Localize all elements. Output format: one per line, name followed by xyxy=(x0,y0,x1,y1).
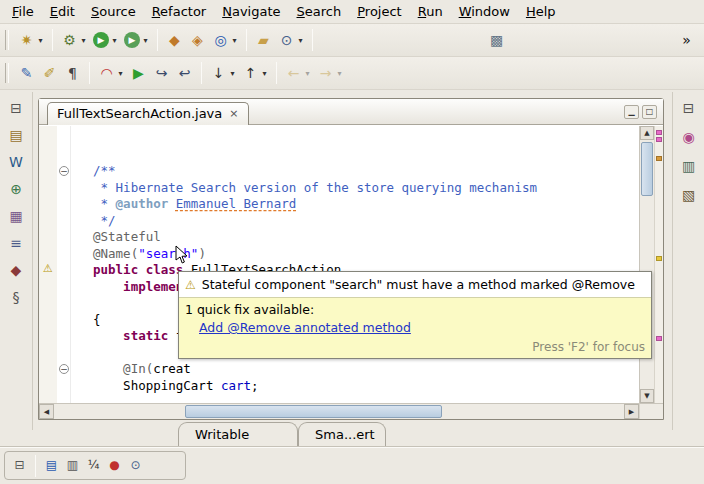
search-view-icon[interactable]: ⊙ xyxy=(125,456,146,475)
web-projects-icon[interactable]: W xyxy=(5,152,27,172)
menu-run[interactable]: Run xyxy=(410,2,451,21)
error-log-icon[interactable]: ● xyxy=(104,456,125,475)
right-view-bar: ⊟◉▥▧ xyxy=(672,92,704,430)
new-wizard-icon-dropdown[interactable]: ▾ xyxy=(36,36,45,45)
cheatsheet-icon[interactable]: ◉ xyxy=(678,127,700,147)
code-area[interactable]: /** * Hibernate Search version of the st… xyxy=(71,126,639,403)
forward-icon-dropdown[interactable]: ▾ xyxy=(335,69,344,78)
run-icon-dropdown[interactable]: ▾ xyxy=(110,36,119,45)
menu-navigate[interactable]: Navigate xyxy=(214,2,288,21)
mark-occurrences-icon[interactable]: ✐ xyxy=(38,63,61,84)
export-jar-icon[interactable]: ◈ xyxy=(186,30,209,51)
overview-mark[interactable] xyxy=(656,156,662,161)
bookmarks-icon[interactable]: ◆ xyxy=(5,260,27,280)
overview-mark[interactable] xyxy=(656,130,662,135)
forward-icon[interactable]: →▾ xyxy=(314,63,346,84)
menu-file[interactable]: File xyxy=(4,2,42,21)
editor-tab-strip: FullTextSearchAction.java × ▁ □ xyxy=(39,99,663,125)
web-browser-icon[interactable]: ◎▾ xyxy=(209,30,241,51)
debug-icon[interactable]: ⚙▾ xyxy=(58,30,90,51)
back-icon-dropdown[interactable]: ▾ xyxy=(303,69,312,78)
scroll-up-icon[interactable]: ▲ xyxy=(640,126,654,140)
scroll-right-icon[interactable]: ▶ xyxy=(624,404,639,419)
menu-window[interactable]: Window xyxy=(451,2,518,21)
vertical-scroll-thumb[interactable] xyxy=(641,142,653,196)
next-annotation-icon-dropdown[interactable]: ▾ xyxy=(228,69,237,78)
code-line-4: * @author Emmanuel Bernard xyxy=(93,196,639,213)
fold-toggle-icon[interactable]: − xyxy=(59,166,69,176)
new-wizard-icon[interactable]: ✷▾ xyxy=(15,30,47,51)
new-jar-icon[interactable]: ◆ xyxy=(163,30,186,51)
snippets-icon[interactable]: ▧ xyxy=(678,185,700,205)
minimize-icon[interactable]: ▁ xyxy=(624,105,639,119)
horizontal-scroll-track[interactable] xyxy=(54,404,624,419)
package-explorer-icon[interactable]: ▤ xyxy=(5,125,27,145)
warning-icon: ⚠ xyxy=(185,279,196,291)
quickfix-warning-icon[interactable]: ⚠ xyxy=(41,262,55,276)
toolbar-separator xyxy=(89,62,90,84)
problem-message-row: ⚠ Stateful component "search" must have … xyxy=(179,272,651,298)
overview-mark[interactable] xyxy=(656,336,662,341)
debug-icon-dropdown[interactable]: ▾ xyxy=(79,36,88,45)
overview-mark[interactable] xyxy=(656,137,662,142)
toolbar-separator xyxy=(246,29,247,51)
menu-help[interactable]: Help xyxy=(518,2,564,21)
menu-project[interactable]: Project xyxy=(349,2,410,21)
resume-icon[interactable]: ▶ xyxy=(127,63,150,84)
horizontal-scroll-thumb[interactable] xyxy=(185,405,442,418)
palette-icon[interactable]: ▦ xyxy=(5,206,27,226)
step-over-icon[interactable]: ↪ xyxy=(150,63,173,84)
close-icon[interactable]: × xyxy=(229,108,238,119)
web-browser-icon-dropdown[interactable]: ▾ xyxy=(230,36,239,45)
next-annotation-icon[interactable]: ↓▾ xyxy=(207,63,239,84)
properties-icon[interactable]: § xyxy=(5,287,27,307)
quickfix-count: 1 quick fix available: xyxy=(179,298,651,319)
code-line-6: @Stateful xyxy=(93,229,639,246)
vertical-scrollbar[interactable]: ▲ ▼ xyxy=(639,126,654,403)
run-icon[interactable]: ▶▾ xyxy=(90,30,121,50)
previous-annotation-icon-dropdown[interactable]: ▾ xyxy=(260,69,269,78)
outline-icon[interactable]: ≡ xyxy=(5,233,27,253)
step-return-icon[interactable]: ↩ xyxy=(173,63,196,84)
search-icon[interactable]: ⊙▾ xyxy=(275,30,307,51)
toolbar-drag-handle xyxy=(5,30,9,50)
restore-trim-icon[interactable]: ⊟ xyxy=(678,98,700,118)
trim-separator xyxy=(0,446,704,448)
toolbar-overflow-chevron[interactable]: » xyxy=(675,30,698,51)
problems-view-icon[interactable]: ▤ xyxy=(41,456,62,475)
status-writable: Writable xyxy=(178,422,298,446)
external-tools-icon-dropdown[interactable]: ▾ xyxy=(141,36,150,45)
overview-ruler xyxy=(654,126,663,403)
workbench-icon[interactable]: ▩ xyxy=(485,30,508,51)
overview-mark[interactable] xyxy=(656,256,662,261)
previous-annotation-icon[interactable]: ↑▾ xyxy=(239,63,271,84)
restore-trim-icon[interactable]: ⊟ xyxy=(5,98,27,118)
menu-search[interactable]: Search xyxy=(289,2,350,21)
open-folder-icon[interactable]: ▰ xyxy=(252,30,275,51)
progress-view-icon[interactable]: ¼ xyxy=(83,456,104,475)
menu-refactor[interactable]: Refactor xyxy=(144,2,215,21)
back-icon[interactable]: ←▾ xyxy=(282,63,314,84)
profile-icon-dropdown[interactable]: ▾ xyxy=(116,69,125,78)
search-icon-dropdown[interactable]: ▾ xyxy=(296,36,305,45)
menu-source[interactable]: Source xyxy=(83,2,144,21)
editor-tab[interactable]: FullTextSearchAction.java × xyxy=(47,102,249,125)
maximize-icon[interactable]: □ xyxy=(642,105,657,119)
restore-trim-icon[interactable]: ⊟ xyxy=(9,456,30,475)
console-view-icon[interactable]: ▥ xyxy=(62,456,83,475)
menu-edit[interactable]: Edit xyxy=(42,2,83,21)
jsf-config-icon[interactable]: ⊕ xyxy=(5,179,27,199)
show-whitespace-icon[interactable]: ¶ xyxy=(61,63,84,84)
quickfix-link[interactable]: Add @Remove annotated method xyxy=(199,320,411,335)
fold-toggle-icon[interactable]: − xyxy=(59,364,69,374)
outline-view-icon[interactable]: ▥ xyxy=(678,156,700,176)
scroll-down-icon[interactable]: ▼ xyxy=(640,389,654,403)
scroll-left-icon[interactable]: ◀ xyxy=(39,404,54,419)
code-line-15: ShoppingCart cart; xyxy=(93,378,639,395)
profile-icon[interactable]: ◠▾ xyxy=(95,63,127,84)
status-insert-mode: Sma...ert xyxy=(298,422,386,446)
external-tools-icon[interactable]: ▶▾ xyxy=(121,30,152,50)
jsp-editor-icon[interactable]: ✎ xyxy=(15,63,38,84)
left-view-bar: ⊟▤W⊕▦≡◆§ xyxy=(0,92,33,430)
horizontal-scrollbar[interactable]: ◀ ▶ xyxy=(39,403,639,419)
